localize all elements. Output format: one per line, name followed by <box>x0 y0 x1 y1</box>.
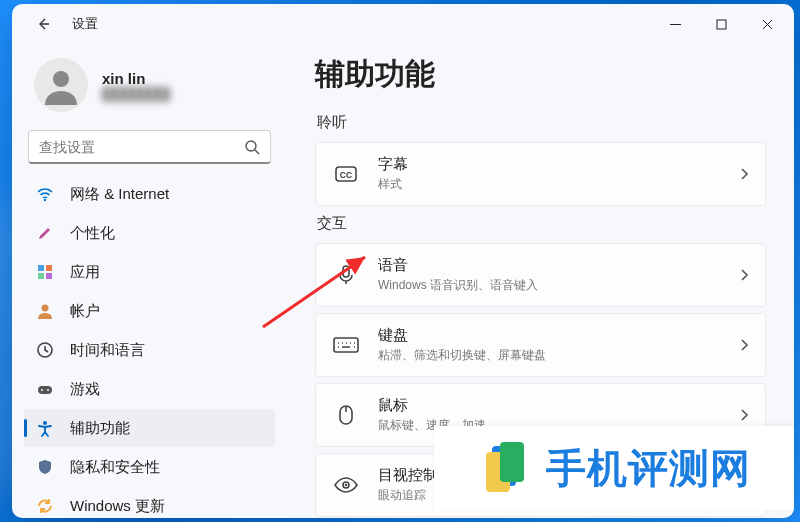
nav-item-brush[interactable]: 个性化 <box>24 214 275 252</box>
mouse-icon <box>332 403 360 427</box>
settings-card-cc[interactable]: CC字幕样式 <box>315 142 766 206</box>
watermark-logo-icon <box>478 440 534 496</box>
svg-point-8 <box>42 305 49 312</box>
close-icon <box>762 19 773 30</box>
back-button[interactable] <box>28 8 60 40</box>
settings-card-keyboard[interactable]: 键盘粘滞、筛选和切换键、屏幕键盘 <box>315 313 766 377</box>
nav-item-label: 网络 & Internet <box>70 185 169 204</box>
nav-item-apps[interactable]: 应用 <box>24 253 275 291</box>
section-label: 交互 <box>317 214 766 233</box>
eye-icon <box>332 475 360 495</box>
cc-icon: CC <box>332 162 360 186</box>
svg-text:CC: CC <box>340 170 352 180</box>
watermark: 手机评测网 <box>434 426 794 510</box>
close-button[interactable] <box>744 8 790 40</box>
time-icon <box>34 341 56 359</box>
nav-item-access[interactable]: 辅助功能 <box>24 409 275 447</box>
network-icon <box>34 185 56 203</box>
nav-item-label: Windows 更新 <box>70 497 165 516</box>
avatar-icon <box>41 65 81 105</box>
back-arrow-icon <box>36 16 52 32</box>
svg-point-12 <box>47 389 49 391</box>
section-label: 聆听 <box>317 113 766 132</box>
update-icon <box>34 497 56 515</box>
svg-point-13 <box>43 421 47 425</box>
card-title: 字幕 <box>378 155 739 174</box>
chevron-right-icon <box>739 338 749 352</box>
page-title: 辅助功能 <box>315 54 766 95</box>
privacy-icon <box>34 458 56 476</box>
card-subtitle: 样式 <box>378 176 739 193</box>
svg-rect-23 <box>500 442 524 482</box>
nav-item-label: 时间和语言 <box>70 341 145 360</box>
svg-rect-6 <box>38 273 44 279</box>
mic-icon <box>332 263 360 287</box>
nav-list: 网络 & Internet个性化应用帐户时间和语言游戏辅助功能隐私和安全性Win… <box>24 174 275 518</box>
avatar <box>34 58 88 112</box>
window-title: 设置 <box>72 15 98 33</box>
user-profile[interactable]: xin lin ████████ <box>28 50 271 126</box>
nav-item-gaming[interactable]: 游戏 <box>24 370 275 408</box>
card-subtitle: Windows 语音识别、语音键入 <box>378 277 739 294</box>
keyboard-icon <box>332 335 360 355</box>
titlebar: 设置 <box>12 4 794 44</box>
nav-item-privacy[interactable]: 隐私和安全性 <box>24 448 275 486</box>
card-title: 鼠标 <box>378 396 739 415</box>
user-name: xin lin <box>102 70 170 87</box>
svg-rect-7 <box>46 273 52 279</box>
watermark-text: 手机评测网 <box>546 441 751 496</box>
nav-item-label: 隐私和安全性 <box>70 458 160 477</box>
gaming-icon <box>34 380 56 398</box>
nav-item-network[interactable]: 网络 & Internet <box>24 175 275 213</box>
nav-item-label: 游戏 <box>70 380 100 399</box>
account-icon <box>34 302 56 320</box>
svg-rect-4 <box>38 265 44 271</box>
maximize-button[interactable] <box>698 8 744 40</box>
card-title: 键盘 <box>378 326 739 345</box>
search-icon <box>244 139 260 155</box>
user-subtitle: ████████ <box>102 87 170 101</box>
minimize-icon <box>670 19 681 30</box>
nav-item-label: 应用 <box>70 263 100 282</box>
sidebar: xin lin ████████ 网络 & Internet个性化应用帐户时间和… <box>12 44 287 518</box>
card-title: 语音 <box>378 256 739 275</box>
nav-item-label: 辅助功能 <box>70 419 130 438</box>
chevron-right-icon <box>739 268 749 282</box>
svg-point-11 <box>41 389 43 391</box>
svg-rect-16 <box>343 266 349 277</box>
svg-rect-5 <box>46 265 52 271</box>
svg-rect-17 <box>334 338 358 352</box>
search-input[interactable] <box>39 139 244 155</box>
svg-point-20 <box>345 484 347 486</box>
svg-point-3 <box>44 199 46 201</box>
nav-item-label: 帐户 <box>70 302 100 321</box>
nav-item-time[interactable]: 时间和语言 <box>24 331 275 369</box>
nav-item-label: 个性化 <box>70 224 115 243</box>
search-box[interactable] <box>28 130 271 164</box>
settings-card-mic[interactable]: 语音Windows 语音识别、语音键入 <box>315 243 766 307</box>
nav-item-account[interactable]: 帐户 <box>24 292 275 330</box>
svg-rect-10 <box>38 386 52 394</box>
svg-rect-0 <box>717 20 726 29</box>
chevron-right-icon <box>739 167 749 181</box>
access-icon <box>34 419 56 437</box>
apps-icon <box>34 263 56 281</box>
card-subtitle: 粘滞、筛选和切换键、屏幕键盘 <box>378 347 739 364</box>
chevron-right-icon <box>739 408 749 422</box>
svg-point-1 <box>53 71 69 87</box>
brush-icon <box>34 224 56 242</box>
minimize-button[interactable] <box>652 8 698 40</box>
svg-point-2 <box>246 141 256 151</box>
maximize-icon <box>716 19 727 30</box>
nav-item-update[interactable]: Windows 更新 <box>24 487 275 518</box>
